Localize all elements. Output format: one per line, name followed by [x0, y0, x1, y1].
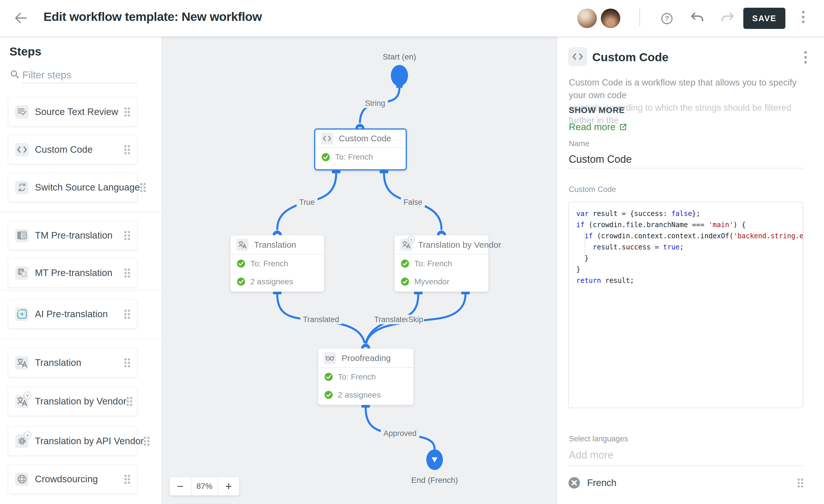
sidebar-item-translation[interactable]: Translation	[8, 348, 137, 377]
custom-code-field-label: Custom Code	[569, 185, 616, 194]
node-status-row: 2 assignees	[318, 386, 413, 404]
node-proofreading[interactable]: Proofreading To: French 2 assignees	[318, 348, 414, 405]
sidebar-item-custom-code[interactable]: Custom Code	[8, 135, 137, 164]
undo-icon	[690, 12, 704, 22]
filter-steps-field	[9, 67, 137, 84]
translate-icon: v	[400, 239, 412, 251]
check-icon	[237, 278, 245, 286]
glasses-icon	[324, 352, 336, 364]
name-field-label: Name	[569, 139, 589, 148]
zoom-out-button[interactable]: −	[170, 477, 191, 495]
sidebar-item-label: AI Pre-translation	[35, 309, 124, 319]
topbar-menu-button[interactable]	[801, 11, 805, 23]
sidebar-item-label: Translation by Vendor	[35, 396, 126, 407]
filter-steps-input[interactable]	[22, 67, 137, 83]
translate-icon	[15, 356, 29, 370]
drag-handle-icon[interactable]	[124, 309, 130, 319]
drag-handle-icon[interactable]	[124, 107, 130, 117]
redo-button[interactable]	[720, 12, 734, 24]
collaborator-avatar-1[interactable]	[578, 9, 597, 28]
edge-label-translated: Translated	[300, 315, 342, 324]
sidebar-item-label: Crowdsourcing	[35, 474, 124, 485]
redo-icon	[720, 12, 735, 22]
check-icon	[324, 391, 333, 399]
gear-icon: v	[15, 434, 29, 448]
group-divider	[0, 290, 162, 291]
edge-approved	[366, 408, 435, 449]
start-node-stub	[396, 84, 403, 88]
drag-handle-icon[interactable]	[126, 397, 132, 406]
drag-handle-icon[interactable]	[797, 478, 803, 488]
page-title: Edit workflow template: New workflow	[43, 10, 262, 24]
save-button[interactable]: SAVE	[743, 8, 785, 29]
sidebar-item-label: Switch Source Language	[35, 182, 140, 193]
node-header: Translation	[231, 235, 324, 255]
code-content: var result = {success: false};if (crowdi…	[569, 202, 803, 408]
globe-icon	[15, 473, 29, 486]
mt-icon	[15, 266, 29, 280]
switch-icon	[15, 181, 29, 194]
start-node-label: Start (en)	[383, 53, 416, 62]
start-node[interactable]	[391, 65, 408, 86]
sidebar-item-translation-by-api-vendor[interactable]: v Translation by API Vendor	[8, 426, 137, 456]
panel-menu-button[interactable]	[803, 51, 807, 64]
sidebar-item-ai-pre-translation[interactable]: AI Pre-translation	[8, 299, 137, 329]
node-translation[interactable]: Translation To: French 2 assignees	[230, 235, 324, 292]
read-more-link[interactable]: Read more	[569, 121, 627, 132]
workflow-canvas[interactable]: Start (en) End (French) String True Fals…	[162, 36, 557, 504]
edge-label-true: True	[297, 198, 318, 207]
back-button[interactable]	[14, 11, 28, 25]
workflow-edges	[162, 36, 557, 504]
sidebar-item-tm-pre-translation[interactable]: TM Pre-translation	[8, 221, 137, 250]
node-title: Custom Code	[339, 133, 391, 143]
select-languages-label: Select languages	[569, 434, 628, 443]
code-icon	[15, 143, 29, 157]
drag-handle-icon[interactable]	[124, 231, 130, 240]
steps-sidebar: Steps Source Text Review Custom Code Swi…	[0, 36, 162, 504]
sidebar-item-crowdsourcing[interactable]: Crowdsourcing	[8, 465, 137, 494]
sidebar-item-label: Source Text Review	[35, 106, 124, 117]
node-translation-by-vendor[interactable]: v Translation by Vendor To: French Myven…	[394, 235, 489, 292]
list-check-icon	[15, 105, 29, 119]
zoom-in-button[interactable]: +	[218, 477, 239, 495]
check-icon	[401, 278, 409, 286]
sidebar-item-mt-pre-translation[interactable]: MT Pre-translation	[8, 258, 137, 288]
undo-button[interactable]	[690, 12, 703, 24]
add-language-input[interactable]	[569, 445, 803, 466]
node-title: Translation by Vendor	[418, 240, 501, 250]
sidebar-item-source-text-review[interactable]: Source Text Review	[8, 97, 137, 126]
vendor-badge: v	[408, 236, 415, 243]
drag-handle-icon[interactable]	[124, 358, 130, 368]
drag-handle-icon[interactable]	[124, 268, 130, 278]
node-header: Proofreading	[318, 349, 413, 368]
ai-icon	[15, 307, 29, 321]
code-editor[interactable]: var result = {success: false};if (crowdi…	[568, 202, 803, 408]
sidebar-item-label: Custom Code	[35, 144, 124, 155]
language-row-french: French	[568, 472, 803, 493]
drag-handle-icon[interactable]	[140, 183, 146, 192]
sidebar-item-translation-by-vendor[interactable]: v Translation by Vendor	[8, 387, 137, 416]
collaborator-avatar-2[interactable]	[601, 9, 620, 28]
drag-handle-icon[interactable]	[124, 475, 130, 484]
edge-label-false: False	[401, 198, 425, 207]
check-icon	[237, 260, 245, 268]
group-divider	[0, 212, 162, 212]
code-icon	[321, 132, 333, 144]
sidebar-item-switch-source-language[interactable]: Switch Source Language	[8, 173, 137, 202]
node-header: Custom Code	[315, 129, 406, 148]
node-custom-code[interactable]: Custom Code To: French	[314, 128, 407, 171]
vendor-badge: v	[24, 431, 31, 439]
drag-handle-icon[interactable]	[143, 436, 149, 446]
drag-handle-icon[interactable]	[124, 145, 130, 155]
sidebar-item-label: TM Pre-translation	[35, 230, 124, 241]
edge-label-string: String	[363, 99, 388, 108]
edge-label-translated: Translated	[374, 315, 411, 324]
node-status-row: To: French	[315, 148, 406, 166]
show-more-button[interactable]: SHOW MORE	[569, 106, 625, 115]
help-button[interactable]	[660, 12, 674, 24]
remove-language-icon[interactable]	[568, 477, 580, 489]
sidebar-item-label: Translation by API Vendor	[35, 436, 143, 446]
group-divider	[0, 339, 162, 339]
name-input[interactable]	[569, 151, 803, 169]
code-icon	[568, 47, 587, 66]
